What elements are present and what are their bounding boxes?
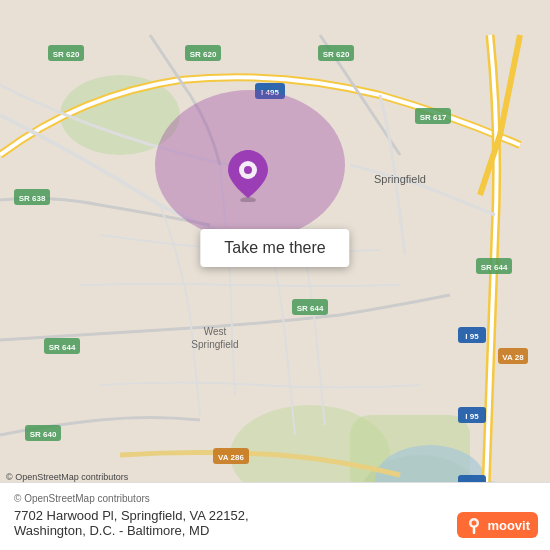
svg-point-42 (244, 166, 252, 174)
svg-text:West: West (204, 326, 227, 337)
svg-text:VA 28: VA 28 (502, 353, 524, 362)
osm-attribution: © OpenStreetMap contributors (6, 472, 128, 482)
svg-text:SR 638: SR 638 (19, 194, 46, 203)
svg-text:SR 620: SR 620 (53, 50, 80, 59)
location-pin (226, 148, 270, 206)
moovit-logo[interactable]: moovit (457, 512, 538, 538)
svg-text:Springfield: Springfield (191, 339, 238, 350)
svg-text:SR 617: SR 617 (420, 113, 447, 122)
map-container: SR 620 SR 620 SR 620 SR 617 I 495 SR 638… (0, 0, 550, 550)
svg-text:I 95: I 95 (465, 412, 479, 421)
take-me-there-button[interactable]: Take me there (200, 229, 349, 267)
svg-point-44 (472, 521, 477, 526)
svg-text:I 95: I 95 (465, 332, 479, 341)
svg-text:SR 644: SR 644 (481, 263, 508, 272)
svg-text:SR 620: SR 620 (190, 50, 217, 59)
copyright-text: © OpenStreetMap contributors (14, 493, 536, 504)
moovit-icon (465, 516, 483, 534)
svg-text:SR 640: SR 640 (30, 430, 57, 439)
address-line2: Washington, D.C. - Baltimore, MD (14, 523, 209, 538)
svg-text:SR 644: SR 644 (49, 343, 76, 352)
address-line1: 7702 Harwood Pl, Springfield, VA 22152, (14, 508, 249, 523)
svg-text:SR 620: SR 620 (323, 50, 350, 59)
moovit-logo-text: moovit (487, 518, 530, 533)
map-background: SR 620 SR 620 SR 620 SR 617 I 495 SR 638… (0, 0, 550, 550)
osm-copyright: © OpenStreetMap contributors (6, 472, 128, 482)
svg-text:VA 286: VA 286 (218, 453, 244, 462)
svg-text:SR 644: SR 644 (297, 304, 324, 313)
svg-text:Springfield: Springfield (374, 173, 426, 185)
